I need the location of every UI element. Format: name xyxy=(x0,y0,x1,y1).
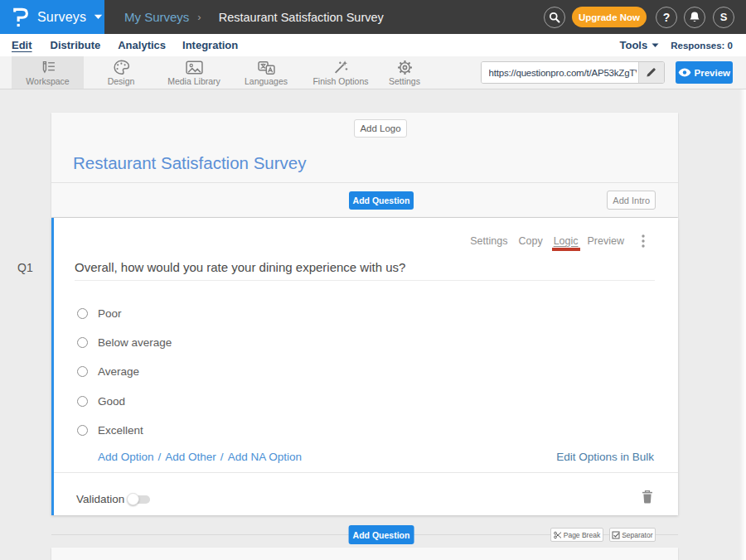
breadcrumb-current: Restaurant Satisfaction Survey xyxy=(219,11,384,24)
tools-menu-label: Tools xyxy=(620,39,648,51)
toolbar-media-library[interactable]: Media Library xyxy=(158,56,230,89)
add-logo-button[interactable]: Add Logo xyxy=(354,119,406,138)
question-more-menu[interactable] xyxy=(642,234,645,248)
radio-icon[interactable] xyxy=(77,366,88,377)
breadcrumb-separator: › xyxy=(197,11,201,23)
add-question-button-top[interactable]: Add Question xyxy=(349,191,414,210)
add-question-button-bottom[interactable]: Add Question xyxy=(349,525,414,544)
add-other-link[interactable]: Add Other xyxy=(165,451,216,463)
chevron-down-icon xyxy=(94,14,103,20)
editor-toolbar: Workspace Design Media Library Languages… xyxy=(0,56,746,89)
tab-integration[interactable]: Integration xyxy=(182,39,238,51)
question-settings-link[interactable]: Settings xyxy=(470,235,507,247)
option-label: Excellent xyxy=(98,424,143,437)
separator-icon xyxy=(612,531,620,539)
survey-url-input[interactable] xyxy=(482,62,638,83)
scissors-icon xyxy=(554,531,562,539)
question-logic-link[interactable]: Logic xyxy=(554,235,579,247)
add-question-row-bottom: Add Question Page Break Separator xyxy=(51,520,678,548)
tools-menu[interactable]: Tools xyxy=(620,39,660,51)
chevron-down-icon xyxy=(652,43,659,48)
eye-icon xyxy=(678,68,691,77)
pencil-icon xyxy=(646,67,656,78)
question-number: Q1 xyxy=(17,261,33,274)
search-icon xyxy=(549,12,560,23)
nav-right: Tools Responses: 0 xyxy=(620,39,733,51)
radio-icon[interactable] xyxy=(77,308,88,319)
question-text: Overall, how would you rate your dining … xyxy=(75,260,655,274)
separator-label: Separator xyxy=(622,531,652,539)
validation-toggle[interactable] xyxy=(127,493,150,505)
radio-icon[interactable] xyxy=(77,337,88,348)
option-row-excellent[interactable]: Excellent xyxy=(77,416,172,445)
upgrade-button[interactable]: Upgrade Now xyxy=(572,7,647,27)
survey-title[interactable]: Restaurant Satisfaction Survey xyxy=(73,153,678,173)
link-separator: / xyxy=(220,451,224,463)
edit-url-button[interactable] xyxy=(638,62,664,83)
toolbar-workspace[interactable]: Workspace xyxy=(12,56,84,89)
radio-icon[interactable] xyxy=(77,425,88,436)
tab-analytics[interactable]: Analytics xyxy=(118,39,166,51)
survey-canvas: Q1 Add Logo Restaurant Satisfaction Surv… xyxy=(0,89,746,560)
nav-tabs: Edit Distribute Analytics Integration xyxy=(0,39,238,51)
add-intro-button[interactable]: Add Intro xyxy=(607,191,656,210)
scrollbar-track[interactable] xyxy=(739,89,746,560)
breadcrumb: My Surveys › Restaurant Satisfaction Sur… xyxy=(124,10,384,24)
image-icon xyxy=(186,60,203,75)
toolbar-design-label: Design xyxy=(108,76,135,86)
question-logic-label: Logic xyxy=(554,235,579,247)
toolbar-media-library-label: Media Library xyxy=(167,76,220,86)
tab-edit[interactable]: Edit xyxy=(12,39,32,51)
option-row-good[interactable]: Good xyxy=(77,387,172,416)
breadcrumb-my-surveys[interactable]: My Surveys xyxy=(124,10,189,24)
toolbar-workspace-label: Workspace xyxy=(26,76,69,86)
link-separator: / xyxy=(158,451,162,463)
page-break-label: Page Break xyxy=(564,531,600,539)
toolbar-right: Preview xyxy=(481,56,733,89)
bell-icon xyxy=(689,11,700,23)
vertical-ellipsis-icon xyxy=(642,234,645,248)
option-label: Below average xyxy=(98,336,172,349)
preview-button-label: Preview xyxy=(695,68,730,78)
validation-row: Validation xyxy=(54,472,678,515)
question-copy-link[interactable]: Copy xyxy=(518,235,542,247)
tab-distribute[interactable]: Distribute xyxy=(51,39,101,51)
add-option-link[interactable]: Add Option xyxy=(98,451,154,463)
magic-wand-icon xyxy=(332,60,349,75)
option-label: Poor xyxy=(98,307,122,320)
option-row-below-average[interactable]: Below average xyxy=(77,328,172,357)
logo-row: Add Logo xyxy=(51,113,678,147)
palette-icon xyxy=(113,60,130,75)
delete-question-button[interactable] xyxy=(642,490,653,504)
preview-button[interactable]: Preview xyxy=(676,61,733,84)
add-na-option-link[interactable]: Add NA Option xyxy=(228,451,302,463)
workspace-icon xyxy=(39,60,56,75)
separator-button[interactable]: Separator xyxy=(609,528,656,542)
edit-options-in-bulk-link[interactable]: Edit Options in Bulk xyxy=(556,451,654,463)
page-break-button[interactable]: Page Break xyxy=(550,528,603,542)
option-row-average[interactable]: Average xyxy=(77,357,172,386)
notifications-button[interactable] xyxy=(684,7,705,28)
top-bar: Surveys My Surveys › Restaurant Satisfac… xyxy=(0,0,746,34)
radio-icon[interactable] xyxy=(77,396,88,407)
option-label: Good xyxy=(98,395,125,408)
toolbar-settings[interactable]: Settings xyxy=(380,56,429,89)
help-button[interactable]: ? xyxy=(656,7,677,28)
validation-label: Validation xyxy=(76,493,124,505)
responses-count[interactable]: Responses: 0 xyxy=(671,41,733,51)
question-text-field[interactable]: Overall, how would you rate your dining … xyxy=(75,260,655,281)
question-preview-link[interactable]: Preview xyxy=(588,235,624,247)
topbar-actions: Upgrade Now ? S xyxy=(544,0,734,34)
gear-icon xyxy=(397,60,413,75)
survey-header-card: Add Logo Restaurant Satisfaction Survey … xyxy=(51,113,678,217)
option-row-poor[interactable]: Poor xyxy=(77,299,172,328)
option-links-row: Add Option / Add Other / Add NA Option E… xyxy=(98,451,654,463)
toolbar-design[interactable]: Design xyxy=(94,56,148,89)
toolbar-languages[interactable]: Languages xyxy=(237,56,295,89)
toolbar-finish-options[interactable]: Finish Options xyxy=(304,56,377,89)
surveys-menu-label: Surveys xyxy=(37,10,86,25)
surveys-menu[interactable]: Surveys xyxy=(0,0,104,34)
toolbar-finish-options-label: Finish Options xyxy=(312,76,368,86)
avatar[interactable]: S xyxy=(713,7,734,28)
search-button[interactable] xyxy=(544,7,565,28)
